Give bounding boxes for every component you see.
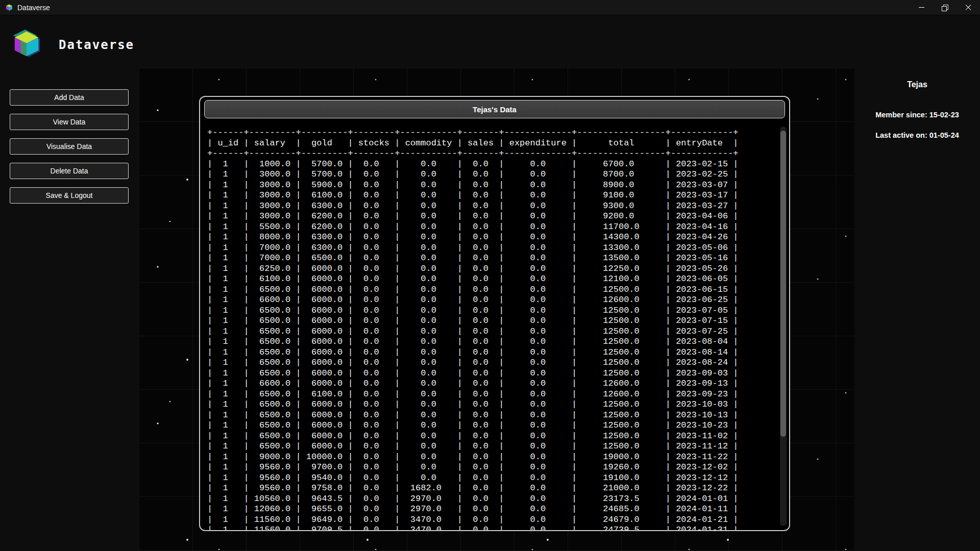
brand-title: Dataverse bbox=[59, 38, 134, 52]
profile-last-active: Last active on: 01-05-24 bbox=[854, 131, 980, 139]
window-title: Dataverse bbox=[17, 4, 50, 12]
cube-logo-icon bbox=[11, 28, 42, 61]
sidebar-button-save-logout[interactable]: Save & Logout bbox=[10, 187, 129, 204]
minimize-icon bbox=[919, 7, 924, 8]
maximize-button[interactable] bbox=[933, 0, 957, 15]
minimize-button[interactable] bbox=[910, 0, 933, 15]
close-icon bbox=[965, 5, 971, 11]
sidebar-button-add-data[interactable]: Add Data bbox=[10, 89, 129, 106]
titlebar: Dataverse bbox=[0, 0, 980, 15]
space-background: Tejas's Data +------+---------+---------… bbox=[139, 68, 854, 551]
app-icon bbox=[5, 4, 13, 12]
restore-icon bbox=[942, 5, 948, 11]
panel-title: Tejas's Data bbox=[204, 100, 785, 118]
profile-member-since: Member since: 15-02-23 bbox=[854, 111, 980, 119]
sidebar-button-visualise-data[interactable]: Visualise Data bbox=[10, 138, 129, 155]
window-controls bbox=[910, 0, 980, 15]
data-panel: Tejas's Data +------+---------+---------… bbox=[199, 96, 790, 531]
sidebar-button-delete-data[interactable]: Delete Data bbox=[10, 163, 129, 179]
app-window: Dataverse Dataverse Add Data View Data V… bbox=[0, 0, 980, 551]
data-table: +------+---------+---------+--------+---… bbox=[207, 128, 739, 531]
close-button[interactable] bbox=[957, 0, 980, 15]
profile-name: Tejas bbox=[854, 80, 980, 89]
sidebar-button-view-data[interactable]: View Data bbox=[10, 114, 129, 130]
scrollbar-track[interactable] bbox=[780, 127, 787, 526]
scrollbar-thumb[interactable] bbox=[780, 131, 786, 437]
